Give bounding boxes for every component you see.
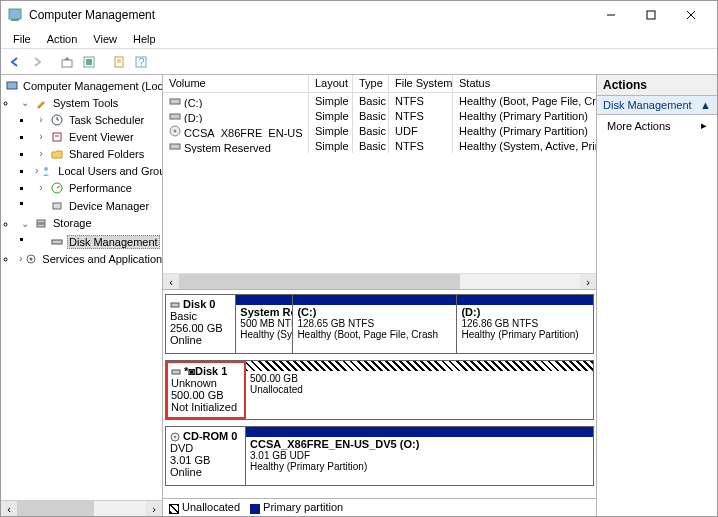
close-button[interactable]: [671, 3, 711, 27]
titlebar: Computer Management: [1, 1, 717, 29]
tree-task-scheduler[interactable]: ›Task Scheduler: [33, 111, 162, 128]
svg-rect-1: [11, 19, 19, 21]
menu-view[interactable]: View: [85, 31, 125, 47]
partition[interactable]: CCSA_X86FRE_EN-US_DV5 (O:)3.01 GB UDFHea…: [246, 427, 593, 485]
tree-shared-folders[interactable]: ›Shared Folders: [33, 145, 162, 162]
scroll-right-icon[interactable]: ›: [146, 501, 162, 516]
tree-services-apps[interactable]: › Services and Applications: [17, 250, 162, 267]
svg-rect-6: [62, 60, 72, 67]
svg-rect-30: [170, 114, 180, 119]
svg-rect-8: [86, 59, 92, 65]
performance-icon: [50, 181, 64, 195]
actions-section[interactable]: Disk Management ▲: [597, 96, 717, 115]
svg-point-32: [174, 130, 177, 133]
svg-rect-23: [53, 203, 61, 209]
svg-rect-26: [52, 240, 62, 244]
disk-row: Disk 0Basic256.00 GBOnlineSystem Reser50…: [165, 294, 594, 354]
scroll-left-icon[interactable]: ‹: [163, 274, 179, 289]
expand-icon[interactable]: ›: [35, 131, 47, 142]
folder-icon: [50, 147, 64, 161]
col-status[interactable]: Status: [453, 75, 596, 92]
tree-hscrollbar[interactable]: ‹ ›: [1, 500, 162, 516]
tools-icon: [34, 96, 48, 110]
maximize-button[interactable]: [631, 3, 671, 27]
forward-button[interactable]: [27, 52, 47, 72]
volume-header: Volume Layout Type File System Status: [163, 75, 596, 93]
col-filesystem[interactable]: File System: [389, 75, 453, 92]
disk-layout: Disk 0Basic256.00 GBOnlineSystem Reser50…: [163, 290, 596, 498]
svg-text:?: ?: [139, 56, 145, 68]
volume-icon: [169, 95, 181, 107]
expand-icon[interactable]: ›: [35, 182, 47, 193]
scrollbar-thumb[interactable]: [17, 501, 94, 516]
partition[interactable]: (D:)126.86 GB NTFSHealthy (Primary Parti…: [457, 295, 593, 353]
more-actions[interactable]: More Actions ▸: [597, 115, 717, 136]
collapse-icon[interactable]: ⌄: [19, 218, 31, 229]
disk-icon: [50, 235, 64, 249]
tree-disk-management[interactable]: Disk Management: [33, 233, 162, 250]
tree-local-users[interactable]: ›Local Users and Groups: [33, 162, 162, 179]
partition[interactable]: 500.00 GBUnallocated: [246, 361, 593, 419]
volume-row[interactable]: CCSA_X86FRE_EN-US_DV5 (O:)SimpleBasicUDF…: [163, 123, 596, 138]
toolbar: ?: [1, 49, 717, 75]
volume-hscrollbar[interactable]: ‹ ›: [163, 273, 596, 289]
svg-rect-34: [171, 303, 179, 307]
volume-row[interactable]: System ReservedSimpleBasicNTFSHealthy (S…: [163, 138, 596, 153]
volume-row[interactable]: (D:)SimpleBasicNTFSHealthy (Primary Part…: [163, 108, 596, 123]
menu-action[interactable]: Action: [39, 31, 86, 47]
tree-root[interactable]: Computer Management (Local): [1, 77, 162, 94]
volume-icon: [169, 125, 181, 137]
tree-event-viewer[interactable]: ›Event Viewer: [33, 128, 162, 145]
menu-help[interactable]: Help: [125, 31, 164, 47]
computer-icon: [6, 79, 18, 93]
tree-device-manager[interactable]: Device Manager: [33, 198, 162, 215]
back-button[interactable]: [5, 52, 25, 72]
up-button[interactable]: [57, 52, 77, 72]
primary-swatch: [250, 504, 260, 514]
main-pane: Volume Layout Type File System Status (C…: [163, 75, 597, 516]
scroll-right-icon[interactable]: ›: [580, 274, 596, 289]
tree-storage[interactable]: ⌄ Storage: [17, 215, 162, 232]
tree-performance[interactable]: ›Performance: [33, 179, 162, 196]
expand-icon[interactable]: ›: [35, 114, 47, 125]
help-button[interactable]: ?: [131, 52, 151, 72]
partition[interactable]: (C:)128.65 GB NTFSHealthy (Boot, Page Fi…: [293, 295, 457, 353]
svg-rect-33: [170, 144, 180, 149]
svg-rect-14: [7, 82, 17, 89]
refresh-button[interactable]: [79, 52, 99, 72]
scroll-left-icon[interactable]: ‹: [1, 501, 17, 516]
partition[interactable]: System Reser500 MB NTFSHealthy (Syste: [236, 295, 293, 353]
disk-info[interactable]: *◙Disk 1Unknown500.00 GBNot Initialized: [166, 361, 246, 419]
col-volume[interactable]: Volume: [163, 75, 309, 92]
collapse-arrow-icon: ▲: [700, 99, 711, 111]
disk-info[interactable]: Disk 0Basic256.00 GBOnline: [166, 295, 236, 353]
minimize-button[interactable]: [591, 3, 631, 27]
volume-list: Volume Layout Type File System Status (C…: [163, 75, 596, 290]
users-icon: [41, 164, 53, 178]
collapse-icon[interactable]: ⌄: [19, 97, 31, 108]
svg-point-37: [174, 436, 176, 438]
expand-icon[interactable]: ›: [35, 148, 47, 159]
expand-icon[interactable]: ›: [19, 253, 22, 264]
menubar: File Action View Help: [1, 29, 717, 49]
col-layout[interactable]: Layout: [309, 75, 353, 92]
device-icon: [50, 199, 64, 213]
svg-point-28: [30, 257, 33, 260]
partition-bar: [236, 295, 292, 305]
disk-info[interactable]: CD-ROM 0DVD3.01 GBOnline: [166, 427, 246, 485]
svg-rect-3: [647, 11, 655, 19]
tree-system-tools[interactable]: ⌄ System Tools: [17, 94, 162, 111]
app-icon: [7, 7, 23, 23]
scrollbar-thumb[interactable]: [179, 274, 460, 289]
col-type[interactable]: Type: [353, 75, 389, 92]
expand-icon[interactable]: ›: [35, 165, 38, 176]
volume-icon: [169, 110, 181, 122]
svg-line-22: [57, 186, 60, 188]
properties-button[interactable]: [109, 52, 129, 72]
event-icon: [50, 130, 64, 144]
legend: Unallocated Primary partition: [163, 498, 596, 516]
svg-rect-18: [53, 133, 61, 141]
volume-row[interactable]: (C:)SimpleBasicNTFSHealthy (Boot, Page F…: [163, 93, 596, 108]
menu-file[interactable]: File: [5, 31, 39, 47]
storage-icon: [34, 216, 48, 230]
